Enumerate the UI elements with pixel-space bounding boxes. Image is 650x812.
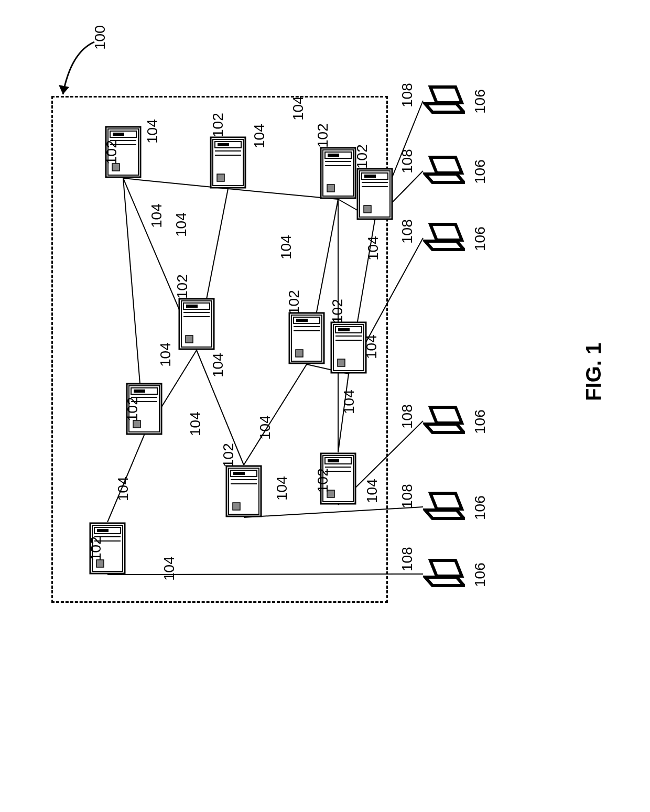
- server-label: 102: [220, 443, 237, 468]
- client-node: [423, 558, 465, 590]
- diagram-id-label: 100: [92, 25, 109, 50]
- client-node: [423, 491, 465, 523]
- svg-rect-77: [296, 350, 303, 357]
- svg-rect-60: [218, 143, 229, 146]
- server-node: [356, 168, 393, 220]
- server-node: [320, 147, 356, 199]
- client-link-label: 108: [399, 404, 416, 429]
- svg-marker-21: [59, 85, 69, 94]
- client-label: 106: [472, 89, 489, 114]
- link-label: 104: [365, 236, 382, 261]
- server-label: 102: [174, 274, 191, 299]
- svg-rect-70: [233, 503, 240, 510]
- server-node: [225, 465, 262, 517]
- server-node: [210, 136, 246, 189]
- svg-rect-95: [338, 328, 350, 331]
- server-label: 102: [124, 397, 141, 421]
- client-label: 106: [472, 159, 489, 184]
- svg-rect-46: [113, 133, 124, 136]
- svg-rect-32: [97, 529, 109, 532]
- link-label: 104: [187, 412, 204, 436]
- server-label: 102: [286, 290, 302, 315]
- link-label: 104: [157, 342, 174, 367]
- link-label: 104: [115, 477, 132, 501]
- svg-rect-53: [186, 305, 198, 308]
- link-label: 104: [290, 96, 307, 121]
- svg-rect-56: [186, 335, 193, 343]
- client-link-label: 108: [399, 83, 416, 107]
- client-link-label: 108: [399, 484, 416, 508]
- server-label: 102: [103, 140, 120, 165]
- server-label: 102: [88, 536, 104, 561]
- svg-rect-39: [134, 389, 145, 393]
- svg-rect-102: [364, 175, 376, 178]
- svg-rect-74: [296, 319, 308, 322]
- client-link-label: 108: [399, 219, 416, 244]
- svg-rect-84: [327, 185, 334, 192]
- link-label: 104: [210, 353, 226, 377]
- svg-rect-63: [217, 174, 224, 181]
- client-label: 106: [472, 226, 489, 251]
- server-node: [288, 312, 325, 364]
- server-label: 102: [315, 123, 331, 148]
- client-label: 106: [472, 409, 489, 434]
- figure-label-text: FIG. 1: [582, 343, 605, 401]
- server-label: 102: [315, 468, 331, 493]
- link-label: 104: [173, 212, 190, 237]
- link-label: 104: [341, 389, 358, 414]
- client-label: 106: [472, 562, 489, 587]
- link-label: 104: [251, 124, 268, 148]
- diagram-canvas: 100 FIG. 1: [0, 0, 650, 812]
- link-label: 104: [278, 235, 295, 259]
- client-node: [423, 155, 465, 187]
- figure-label: FIG. 1: [582, 343, 605, 401]
- server-label: 102: [210, 113, 226, 137]
- link-label: 104: [161, 556, 178, 581]
- client-node: [423, 85, 465, 116]
- link-label: 104: [257, 415, 274, 440]
- svg-rect-42: [133, 420, 140, 428]
- svg-rect-88: [328, 459, 339, 462]
- svg-rect-81: [328, 154, 339, 157]
- svg-rect-35: [96, 560, 104, 567]
- link-label: 104: [274, 476, 290, 501]
- server-node: [178, 298, 215, 350]
- link-label: 104: [363, 334, 380, 359]
- client-node: [423, 405, 465, 437]
- link-label: 104: [144, 119, 161, 144]
- link-label: 104: [364, 479, 381, 503]
- client-link-label: 108: [399, 547, 416, 571]
- server-label: 102: [329, 299, 346, 323]
- svg-rect-67: [233, 472, 245, 475]
- client-link-label: 108: [399, 149, 416, 174]
- svg-rect-98: [338, 359, 345, 366]
- client-node: [423, 222, 465, 254]
- link-label: 104: [148, 203, 165, 228]
- client-label: 106: [472, 495, 489, 520]
- server-node: [330, 321, 367, 374]
- server-label: 102: [354, 144, 371, 169]
- svg-rect-49: [112, 164, 120, 171]
- svg-rect-105: [364, 205, 371, 213]
